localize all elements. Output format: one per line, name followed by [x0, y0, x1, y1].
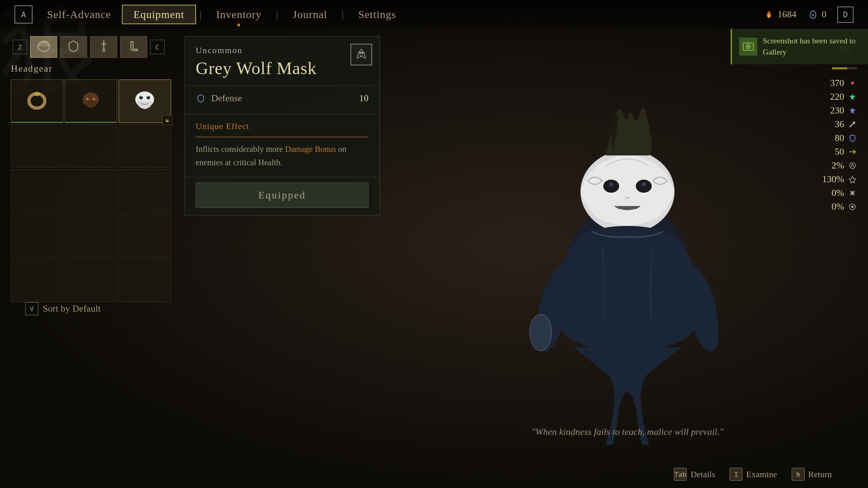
- effect-description: Inflicts considerably more Damage Bonus …: [196, 143, 369, 170]
- slot-tab-boots[interactable]: [120, 36, 147, 58]
- nav-item-equipment[interactable]: Equipment: [122, 5, 196, 24]
- nav-dot-indicator: [237, 23, 240, 26]
- action-return[interactable]: 🖱 Return: [792, 468, 832, 481]
- effect-title: Unique Effect: [196, 121, 369, 131]
- crit-dmg-icon: [848, 175, 857, 184]
- flame-icon: [763, 9, 775, 20]
- stat-bonus1-value: 0%: [819, 188, 844, 198]
- center-panel: Uncommon Grey Wolf Mask: [177, 29, 387, 488]
- nav-item-journal[interactable]: Journal: [282, 5, 338, 23]
- item-effect-section: Unique Effect Inflicts considerably more…: [185, 114, 379, 177]
- nav-sep-2: |: [272, 8, 282, 21]
- inv-slot-7[interactable]: [65, 169, 117, 213]
- inv-slot-8[interactable]: [119, 169, 171, 213]
- sort-button[interactable]: V Sort by Default: [25, 302, 181, 315]
- svg-point-28: [642, 182, 646, 187]
- shield-icon: [848, 133, 857, 143]
- stat-stamina-value: 220: [819, 91, 844, 102]
- defense-stat-row: Defense 10: [196, 93, 369, 104]
- inv-slot-0[interactable]: [11, 80, 63, 123]
- inv-slot-14[interactable]: [119, 259, 171, 302]
- action-examine[interactable]: I Examine: [729, 468, 777, 481]
- inv-slot-5[interactable]: [119, 124, 171, 168]
- inv-slot-3[interactable]: [11, 124, 63, 168]
- boots-icon: [127, 40, 140, 55]
- svg-point-27: [609, 182, 613, 187]
- slot-tab-weapon[interactable]: [90, 36, 117, 58]
- sort-label: Sort by Default: [43, 303, 101, 314]
- left-panel: Z: [0, 29, 177, 488]
- svg-point-29: [530, 314, 552, 351]
- defense-label: Defense: [211, 93, 354, 104]
- speed-icon: [848, 147, 857, 157]
- stat-bonus2: 0%: [819, 201, 857, 212]
- slot-tabs: Z: [11, 36, 166, 58]
- helm-icon: [37, 40, 51, 55]
- bonus1-icon: [848, 188, 857, 198]
- inventory-grid: ☯: [11, 80, 166, 302]
- stat-defense: 80: [819, 133, 857, 144]
- defense-value: 10: [359, 93, 369, 104]
- effect-divider: [196, 137, 369, 137]
- slot-tab-armor[interactable]: [60, 36, 87, 58]
- item-wolfmask-content: ☯: [124, 84, 165, 118]
- inv-slot-2[interactable]: ☯: [119, 80, 171, 123]
- nav-key-a: A: [14, 5, 33, 23]
- stat-health: 370 ♥: [819, 78, 857, 89]
- svg-point-21: [851, 206, 854, 208]
- stat-mana-value: 230: [819, 105, 844, 116]
- health-icon: ♥: [848, 78, 857, 88]
- sort-key-v: V: [25, 302, 38, 315]
- stamina-icon: [848, 92, 857, 102]
- svg-point-12: [86, 98, 89, 100]
- screenshot-icon: [739, 38, 757, 56]
- action-details[interactable]: Tab Details: [674, 468, 715, 481]
- inv-slot-13[interactable]: [65, 259, 117, 302]
- inv-slot-9[interactable]: [11, 214, 63, 257]
- screenshot-text: Screenshot has been saved to Gallery: [763, 35, 861, 58]
- character-svg: [387, 29, 868, 488]
- crit-rate-icon: [848, 161, 857, 170]
- item-faction-badge: [350, 44, 372, 65]
- effect-text-before: Inflicts considerably more: [196, 145, 285, 154]
- nav-items-container: Self-Advance Equipment | Inventory | Jou…: [36, 5, 763, 24]
- mana-icon: [848, 106, 857, 115]
- stat-speed-value: 50: [819, 146, 844, 157]
- inv-slot-10[interactable]: [65, 214, 117, 257]
- defense-stat-icon: [196, 93, 206, 103]
- stat-stamina: 220: [819, 91, 857, 102]
- nav-item-inventory[interactable]: Inventory: [205, 5, 273, 23]
- details-label: Details: [690, 470, 715, 479]
- nav-item-self-advance[interactable]: Self-Advance: [36, 5, 122, 23]
- equipped-button[interactable]: Equipped: [196, 183, 369, 208]
- stat-crit-dmg: 130%: [819, 174, 857, 185]
- resource-spirit: 0: [807, 9, 826, 20]
- slot-key-c: C: [150, 40, 165, 54]
- item-action-section: Equipped: [185, 177, 379, 215]
- stat-crit-dmg-value: 130%: [819, 174, 844, 185]
- stat-health-value: 370: [819, 78, 844, 89]
- armor-icon: [67, 40, 80, 55]
- inv-slot-1[interactable]: [65, 80, 117, 123]
- inv-slot-6[interactable]: [11, 169, 63, 213]
- item-head1-content: [70, 84, 111, 118]
- bonus2-icon: [848, 202, 857, 211]
- inv-slot-12[interactable]: [11, 259, 63, 302]
- stat-mana: 230: [819, 105, 857, 116]
- stat-attack-value: 36: [819, 119, 844, 130]
- inv-slot-11[interactable]: [119, 214, 171, 257]
- stat-bonus2-value: 0%: [819, 201, 844, 212]
- attack-icon: [848, 120, 857, 129]
- bottom-actions: Tab Details I Examine 🖱 Return: [674, 468, 832, 481]
- slot-tab-helm[interactable]: [30, 36, 57, 58]
- section-label: Headgear: [11, 63, 166, 74]
- nav-item-settings[interactable]: Settings: [348, 5, 407, 23]
- slot-key-z: Z: [13, 40, 27, 54]
- item-detail-card: Uncommon Grey Wolf Mask: [184, 36, 380, 215]
- item-header: Uncommon Grey Wolf Mask: [185, 37, 379, 86]
- inv-slot-4[interactable]: [65, 124, 117, 168]
- top-navigation: A Self-Advance Equipment | Inventory | J…: [0, 0, 868, 29]
- nav-sep-3: |: [338, 8, 348, 21]
- item-rarity: Uncommon: [196, 46, 369, 55]
- nav-right-stats: 1684 0 D: [763, 7, 854, 23]
